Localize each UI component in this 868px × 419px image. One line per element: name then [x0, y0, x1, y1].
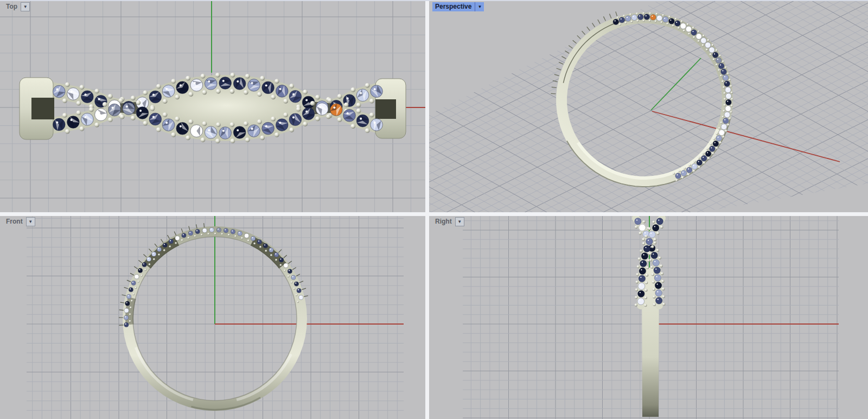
- chevron-down-icon: ▼: [23, 5, 28, 9]
- viewport-title-text: Top: [3, 2, 20, 11]
- chevron-down-icon: ▼: [477, 5, 482, 9]
- chevron-down-icon: ▼: [457, 220, 462, 224]
- viewport-splitter-vertical[interactable]: [425, 1, 429, 419]
- top-viewport-canvas[interactable]: [0, 1, 425, 212]
- viewport-title-perspective[interactable]: Perspective ▼: [432, 2, 484, 11]
- right-viewport-canvas[interactable]: [429, 216, 868, 419]
- viewport-splitter-horizontal[interactable]: [0, 212, 868, 216]
- world-axes: [651, 58, 840, 162]
- viewport-grid: Top ▼ Perspective ▼ Front ▼ Right ▼: [0, 0, 868, 419]
- viewport-menu-button[interactable]: ▼: [475, 2, 484, 11]
- viewport-front: Front ▼: [0, 216, 425, 419]
- viewport-perspective: Perspective ▼: [429, 1, 868, 212]
- viewport-title-top[interactable]: Top ▼: [3, 2, 30, 11]
- ring-model-front[interactable]: [119, 223, 308, 411]
- viewport-title-text: Front: [3, 217, 25, 226]
- viewport-title-right[interactable]: Right ▼: [432, 217, 464, 226]
- viewport-title-text: Right: [432, 217, 455, 226]
- chevron-down-icon: ▼: [28, 220, 33, 224]
- viewport-top: Top ▼: [0, 1, 425, 212]
- viewport-menu-button[interactable]: ▼: [21, 2, 30, 11]
- front-viewport-canvas[interactable]: [0, 216, 425, 419]
- ring-model-top[interactable]: [20, 73, 406, 143]
- viewport-menu-button[interactable]: ▼: [455, 217, 464, 226]
- viewport-right: Right ▼: [429, 216, 868, 419]
- perspective-viewport-canvas[interactable]: [429, 1, 868, 212]
- viewport-title-text: Perspective: [432, 2, 474, 11]
- ring-model-right[interactable]: [635, 218, 666, 417]
- viewport-title-front[interactable]: Front ▼: [3, 217, 35, 226]
- viewport-menu-button[interactable]: ▼: [26, 217, 35, 226]
